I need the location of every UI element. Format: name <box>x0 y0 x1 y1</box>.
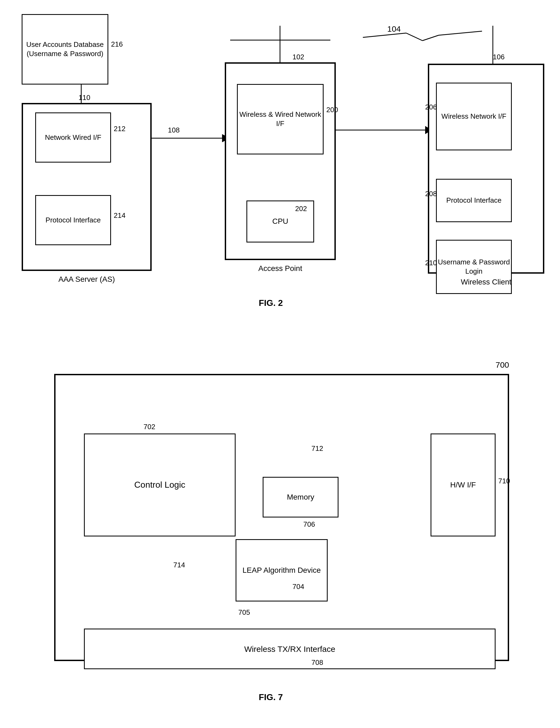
refnum-700: 700 <box>496 360 509 370</box>
refnum-704: 704 <box>292 583 304 591</box>
refnum-214: 214 <box>114 211 125 220</box>
refnum-202: 202 <box>295 205 307 213</box>
control-logic-box: Control Logic <box>84 433 236 536</box>
leap-algorithm-device-box: LEAP Algorithm Device <box>236 539 328 601</box>
svg-line-6 <box>439 31 482 35</box>
memory-box: Memory <box>263 477 338 517</box>
wireless-net-if-box: Wireless Network I/F <box>436 83 512 150</box>
refnum-106: 106 <box>493 53 504 61</box>
refnum-705: 705 <box>238 608 250 617</box>
access-point-label: Access Point <box>225 264 336 273</box>
svg-line-5 <box>422 35 439 41</box>
refnum-206: 206 <box>425 103 437 111</box>
refnum-200: 200 <box>326 106 338 114</box>
refnum-208: 208 <box>425 190 437 198</box>
refnum-702: 702 <box>144 423 155 431</box>
hw-if-box: H/W I/F <box>430 433 496 536</box>
wireless-wired-net-if-box: Wireless & Wired Network I/F <box>237 84 323 154</box>
refnum-212: 212 <box>114 125 125 133</box>
user-accounts-db-box: User Accounts Database (Username & Passw… <box>22 14 108 85</box>
protocol-interface-1-box: Protocol Interface <box>35 195 111 245</box>
refnum-216: 216 <box>111 40 123 48</box>
aaa-server-label: AAA Server (AS) <box>22 275 152 284</box>
network-wired-if-box: Network Wired I/F <box>35 112 111 163</box>
refnum-110: 110 <box>79 93 90 102</box>
fig7-title: FIG. 7 <box>190 692 352 702</box>
refnum-210: 210 <box>425 259 437 267</box>
wireless-client-label: Wireless Client <box>428 278 544 286</box>
refnum-708: 708 <box>311 658 323 667</box>
fig2-title: FIG. 2 <box>190 298 352 308</box>
refnum-712: 712 <box>311 444 323 453</box>
refnum-102: 102 <box>292 53 304 61</box>
svg-line-4 <box>406 33 422 41</box>
refnum-710: 710 <box>498 477 510 485</box>
wireless-txrx-box: Wireless TX/RX Interface <box>84 629 496 669</box>
refnum-714: 714 <box>173 561 185 569</box>
diagram-container: User Accounts Database (Username & Passw… <box>0 0 560 728</box>
refnum-706: 706 <box>303 520 315 529</box>
refnum-104: 104 <box>387 24 401 34</box>
refnum-108: 108 <box>168 126 180 134</box>
protocol-interface-2-box: Protocol Interface <box>436 179 512 222</box>
svg-line-3 <box>363 33 406 37</box>
